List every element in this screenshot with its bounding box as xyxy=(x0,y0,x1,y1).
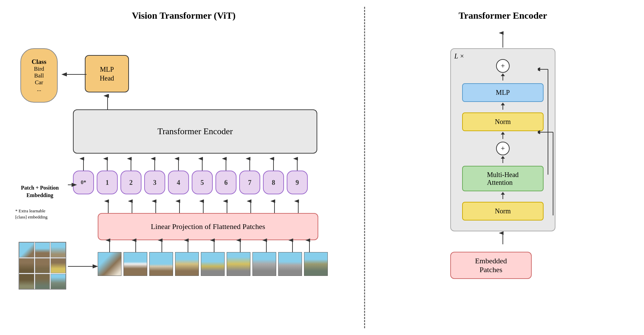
class-bird: Bird xyxy=(34,66,44,72)
norm-block-bottom: Norm xyxy=(462,202,544,221)
token-2: 2 xyxy=(120,171,141,194)
lx-label: L × xyxy=(454,52,464,60)
norm-bottom-label: Norm xyxy=(495,207,511,215)
token-7: 7 xyxy=(239,171,260,194)
transformer-encoder-box: Transformer Encoder xyxy=(73,109,317,154)
extra-learnable-text: * Extra learnable[class] embedding xyxy=(15,208,48,219)
mlp-head-box: MLPHead xyxy=(85,55,129,92)
arrow-mlp-to-norm xyxy=(503,105,503,110)
proj-to-tokens-arrows xyxy=(98,199,318,215)
img-patch-3 xyxy=(149,252,173,276)
mlp-head-label: MLPHead xyxy=(100,65,114,83)
plus-mid: + xyxy=(501,144,505,153)
class-car: Car xyxy=(35,79,43,86)
src-patch-9 xyxy=(51,274,66,289)
source-image-grid xyxy=(19,242,66,289)
norm-top-label: Norm xyxy=(495,118,511,126)
token-1: 1 xyxy=(97,171,118,194)
arrow-attention-to-norm xyxy=(503,194,503,199)
src-patch-8 xyxy=(35,274,50,289)
mlp-block: MLP xyxy=(462,83,544,102)
embedded-patches-box: EmbeddedPatches xyxy=(450,252,532,279)
patch-embed-text: Patch + PositionEmbedding xyxy=(21,185,59,198)
encoder-section: Transformer Encoder L × + xyxy=(375,7,630,328)
token-4: 4 xyxy=(168,171,189,194)
mlp-label: MLP xyxy=(496,89,510,96)
embedded-patches-label: EmbeddedPatches xyxy=(475,257,507,274)
src-patch-7 xyxy=(19,274,34,289)
token-6: 6 xyxy=(215,171,236,194)
token-5: 5 xyxy=(192,171,213,194)
src-patch-5 xyxy=(35,258,50,274)
img-patch-7 xyxy=(252,252,276,276)
arrow-to-attention xyxy=(503,158,503,163)
src-to-patches-arrow xyxy=(66,262,100,271)
transformer-encoder-label: Transformer Encoder xyxy=(157,126,233,137)
linear-proj-label: Linear Projection of Flattened Patches xyxy=(151,222,265,231)
residual-connections xyxy=(538,59,556,222)
plus-top: + xyxy=(501,61,505,70)
src-patch-1 xyxy=(19,242,34,258)
class-output-box: Class Bird Ball Car ... xyxy=(20,48,58,103)
img-patch-4 xyxy=(175,252,199,276)
norm-block-top: Norm xyxy=(462,112,544,131)
mlp-to-class-arrow xyxy=(59,70,88,79)
src-patch-6 xyxy=(51,258,66,274)
img-patch-1 xyxy=(98,252,121,276)
img-patch-9 xyxy=(304,252,328,276)
arrow-norm-to-add xyxy=(503,134,503,139)
add-circle-mid: + xyxy=(496,142,510,155)
main-container: Vision Transformer (ViT) Class Bird Ball… xyxy=(0,0,644,335)
section-divider xyxy=(364,7,365,328)
class-label: Class xyxy=(32,58,46,66)
img-patch-5 xyxy=(201,252,225,276)
vit-section: Vision Transformer (ViT) Class Bird Ball… xyxy=(14,7,354,328)
img-patch-8 xyxy=(278,252,302,276)
encoder-title: Transformer Encoder xyxy=(458,10,547,21)
encoder-blocks: + MLP Norm xyxy=(458,56,548,224)
patch-embed-label: Patch + PositionEmbedding xyxy=(14,184,66,199)
lx-text: L xyxy=(454,52,458,60)
img-patch-6 xyxy=(227,252,250,276)
token-8: 8 xyxy=(263,171,284,194)
attention-block: Multi-HeadAttention xyxy=(462,166,544,191)
image-patches-row xyxy=(98,252,328,276)
src-patch-4 xyxy=(19,258,34,274)
input-to-loop-arrow xyxy=(450,231,555,245)
class-ball: Ball xyxy=(34,72,44,79)
img-patch-2 xyxy=(124,252,147,276)
vit-title: Vision Transformer (ViT) xyxy=(132,10,235,21)
output-arrow xyxy=(450,31,555,48)
patch-tokens-row: 0* 1 2 3 4 5 6 7 8 9 xyxy=(73,171,308,194)
src-patch-2 xyxy=(35,242,50,258)
add-circle-top: + xyxy=(496,59,510,73)
token-0: 0* xyxy=(73,171,94,194)
attention-label: Multi-HeadAttention xyxy=(487,171,518,187)
src-patch-3 xyxy=(51,242,66,258)
token-9: 9 xyxy=(287,171,308,194)
arrow-to-mlp xyxy=(503,75,503,81)
linear-proj-box: Linear Projection of Flattened Patches xyxy=(98,213,318,240)
class-ellipsis: ... xyxy=(37,86,41,93)
token-3: 3 xyxy=(144,171,165,194)
encoder-loop-box: L × + MLP xyxy=(450,48,555,231)
extra-learnable-note: * Extra learnable[class] embedding xyxy=(15,208,66,220)
